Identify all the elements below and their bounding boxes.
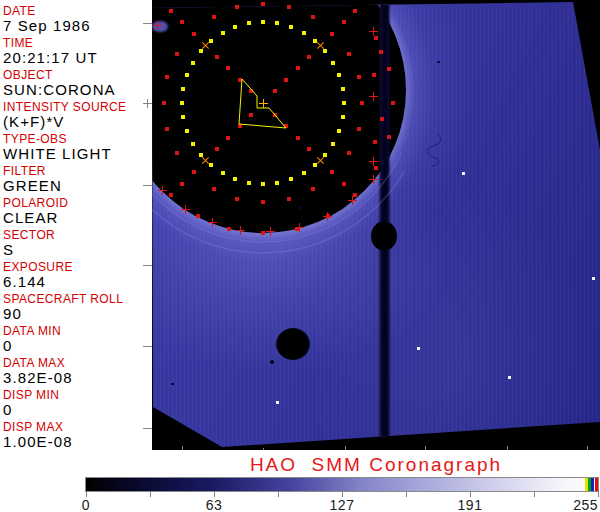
calibration-polygon [239,79,286,128]
colorbar-tick [278,492,279,497]
field-label: DISP MIN [3,389,152,402]
field-value: (K+F)*V [3,114,152,130]
metadata-field: TIME20:21:17 UT [3,37,152,66]
diffraction-rings [152,0,426,253]
metadata-field: FILTERGREEN [3,165,152,194]
smm-coronagraph-viewer: DATE7 Sep 1986TIME20:21:17 UTOBJECTSUN:C… [0,0,600,512]
field-value: 7 Sep 1986 [3,18,152,34]
colorbar-tick-label: 0 [82,497,90,512]
field-value: CLEAR [3,210,152,226]
field-value: WHITE LIGHT [3,146,152,162]
metadata-field: DATA MAX3.82E-08 [3,357,152,386]
metadata-field: DATE7 Sep 1986 [3,5,152,34]
vector-overlay [152,0,600,450]
colorbar-gradient [86,478,598,491]
colorbar-end-stripe [595,478,598,491]
colorbar-tick [534,492,535,497]
field-value: S [3,242,152,258]
left-axis-tick [143,23,152,24]
left-axis-tick [143,185,152,186]
field-value: 6.144 [3,274,152,290]
colorbar-tick-label: 127 [330,497,355,512]
fiber-artifact [428,133,441,166]
colorbar-tick-label: 191 [458,497,483,512]
colorbar-tick-label: 63 [206,497,223,512]
metadata-field: OBJECTSUN:CORONA [3,69,152,98]
image-panel [152,0,600,450]
field-value: SUN:CORONA [3,82,152,98]
colorbar-tick-label: 255 [573,497,598,512]
metadata-field: DATA MIN0 [3,325,152,354]
metadata-sidebar: DATE7 Sep 1986TIME20:21:17 UTOBJECTSUN:C… [0,0,152,450]
field-value: 0 [3,338,152,354]
colorbar-tick [150,492,151,497]
field-label: SECTOR [3,229,152,242]
field-value: 90 [3,306,152,322]
field-value: 20:21:17 UT [3,50,152,66]
metadata-field: SECTORS [3,229,152,258]
colorbar-tick [598,492,599,497]
field-value: GREEN [3,178,152,194]
metadata-field: SPACECRAFT ROLL90 [3,293,152,322]
metadata-field: EXPOSURE6.144 [3,261,152,290]
page-title: HAO SMM Coronagraph [152,454,600,476]
colorbar-tick [406,492,407,497]
colorbar [85,477,599,492]
metadata-field: DISP MAX1.00E-08 [3,421,152,450]
metadata-field: INTENSITY SOURCE(K+F)*V [3,101,152,130]
left-axis-tick [143,346,152,347]
metadata-field: POLAROIDCLEAR [3,197,152,226]
footer: HAO SMM Coronagraph 063127191255 [0,450,600,512]
left-axis-tick [143,265,152,266]
colorbar-end-stripe [591,478,594,491]
field-value: 1.00E-08 [3,434,152,450]
left-axis-plus-mark [143,99,152,108]
field-label: DATA MIN [3,325,152,338]
field-value: 3.82E-08 [3,370,152,386]
metadata-field: TYPE-OBSWHITE LIGHT [3,133,152,162]
metadata-field: DISP MIN0 [3,389,152,418]
field-value: 0 [3,402,152,418]
left-axis-tick [143,428,152,429]
field-label: SPACECRAFT ROLL [3,293,152,306]
